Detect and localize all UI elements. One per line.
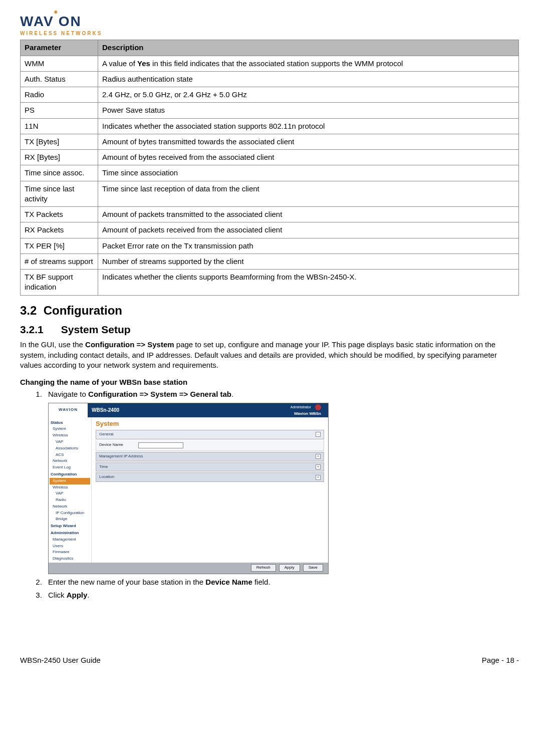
panel-general[interactable]: General - xyxy=(96,430,324,439)
embed-page-title: System xyxy=(96,419,324,428)
sidebar-item[interactable]: Network xyxy=(50,458,90,464)
table-row: PSPower Save status xyxy=(21,103,519,118)
sidebar-item[interactable]: Radio xyxy=(50,497,90,503)
table-row: # of streams supportNumber of streams su… xyxy=(21,254,519,269)
sidebar-item[interactable]: VAP xyxy=(50,490,90,497)
sidebar-item[interactable]: System xyxy=(50,426,90,432)
table-row: TX [Bytes]Amount of bytes transmitted to… xyxy=(21,134,519,149)
sidebar-item[interactable]: ACS xyxy=(50,452,90,458)
save-button[interactable]: Save xyxy=(303,564,323,572)
subsection-heading: 3.2.1 System Setup xyxy=(20,323,519,337)
device-name-label: Device Name xyxy=(99,442,138,448)
th-description: Description xyxy=(98,40,519,56)
sidebar-item-selected[interactable]: System xyxy=(50,478,90,484)
sidebar-item[interactable]: Wireless xyxy=(50,432,90,439)
embed-logo: WAVION xyxy=(49,403,88,417)
procedure-heading: Changing the name of your WBSn base stat… xyxy=(20,377,519,387)
step-3: Click Apply. xyxy=(44,590,519,600)
procedure-steps: Navigate to Configuration => System => G… xyxy=(20,389,519,600)
section-heading: 3.2 Configuration xyxy=(20,303,519,319)
expand-icon[interactable]: + xyxy=(316,464,321,469)
embed-subtitle: Wavion WBSn xyxy=(294,411,321,417)
collapse-icon[interactable]: - xyxy=(316,432,321,437)
table-row: TX PER [%]Packet Error rate on the Tx tr… xyxy=(21,238,519,254)
sidebar-item[interactable]: Diagnostics xyxy=(50,556,90,562)
sidebar-item[interactable]: Bridge xyxy=(50,516,90,523)
sidebar-group-wizard[interactable]: Setup Wizard xyxy=(50,523,90,530)
embed-header: WAVION WBSn-2400 Administrator Wavion WB… xyxy=(49,403,328,417)
sidebar-item[interactable]: Network xyxy=(50,503,90,510)
refresh-button[interactable]: Refresh xyxy=(251,564,276,572)
panel-mgmt-ip[interactable]: Management IP Address + xyxy=(96,452,324,461)
embed-admin-label: Administrator xyxy=(291,405,311,409)
embedded-screenshot: WAVION WBSn-2400 Administrator Wavion WB… xyxy=(48,403,329,574)
sidebar-item[interactable]: Event Log xyxy=(50,464,90,471)
table-row: WMM A value of Yes in this field indicat… xyxy=(21,56,519,71)
embed-sidebar: Status System Wireless VAP Associations … xyxy=(49,417,92,563)
desc-cell: A value of Yes in this field indicates t… xyxy=(98,56,519,71)
sidebar-item[interactable]: Firmware xyxy=(50,549,90,556)
page-footer: WBSn-2450 User Guide Page - 18 - xyxy=(20,655,519,665)
panel-location[interactable]: Location + xyxy=(96,472,324,482)
table-row: TX BF support indicationIndicates whethe… xyxy=(21,270,519,296)
table-row: TX PacketsAmount of packets transmitted … xyxy=(21,207,519,222)
sidebar-item[interactable]: Management xyxy=(50,537,90,543)
brand-logo: WAV•ON WIRELESS NETWORKS xyxy=(20,12,519,37)
table-row: RX [Bytes]Amount of bytes received from … xyxy=(21,150,519,165)
sidebar-item[interactable]: IP Configuration xyxy=(50,510,90,517)
intro-paragraph: In the GUI, use the Configuration => Sys… xyxy=(20,340,519,370)
table-row: Time since last activityTime since last … xyxy=(21,181,519,207)
embed-button-bar: Refresh Apply Save xyxy=(49,563,328,574)
table-row: 11NIndicates whether the associated stat… xyxy=(21,118,519,134)
table-row: Time since assoc.Time since association xyxy=(21,165,519,181)
footer-left: WBSn-2450 User Guide xyxy=(20,655,101,665)
apply-button[interactable]: Apply xyxy=(279,564,300,572)
th-parameter: Parameter xyxy=(21,40,98,56)
expand-icon[interactable]: + xyxy=(316,475,321,480)
sidebar-item[interactable]: Wireless xyxy=(50,484,90,491)
embed-device-name: WBSn-2400 xyxy=(92,407,119,414)
sidebar-group-config[interactable]: Configuration xyxy=(50,471,90,478)
param-cell: WMM xyxy=(21,56,98,71)
logo-suffix: ON xyxy=(59,12,82,31)
step-2: Enter the new name of your base station … xyxy=(44,577,519,587)
logo-dot-icon: • xyxy=(54,10,59,14)
step-1: Navigate to Configuration => System => G… xyxy=(44,389,519,574)
logo-prefix: WAV xyxy=(20,12,54,31)
table-row: RX PacketsAmount of packets received fro… xyxy=(21,222,519,238)
parameter-table: Parameter Description WMM A value of Yes… xyxy=(20,40,519,295)
device-name-input[interactable] xyxy=(138,442,183,448)
table-row: Auth. StatusRadius authentication state xyxy=(21,71,519,87)
logo-subtitle: WIRELESS NETWORKS xyxy=(20,30,519,37)
sidebar-item[interactable]: VAP xyxy=(50,439,90,445)
footer-right: Page - 18 - xyxy=(482,655,519,665)
expand-icon[interactable]: + xyxy=(316,454,321,459)
logout-icon[interactable] xyxy=(315,404,321,410)
sidebar-group-status[interactable]: Status xyxy=(50,419,90,426)
sidebar-item[interactable]: Users xyxy=(50,543,90,550)
form-row-device-name: Device Name xyxy=(96,440,324,451)
sidebar-group-admin[interactable]: Administration xyxy=(50,530,90,537)
panel-time[interactable]: Time + xyxy=(96,462,324,472)
sidebar-item[interactable]: Associations xyxy=(50,445,90,452)
embed-content: System General - Device Name Management … xyxy=(92,417,328,563)
table-row: Radio2.4 GHz, or 5.0 GHz, or 2.4 GHz + 5… xyxy=(21,87,519,103)
